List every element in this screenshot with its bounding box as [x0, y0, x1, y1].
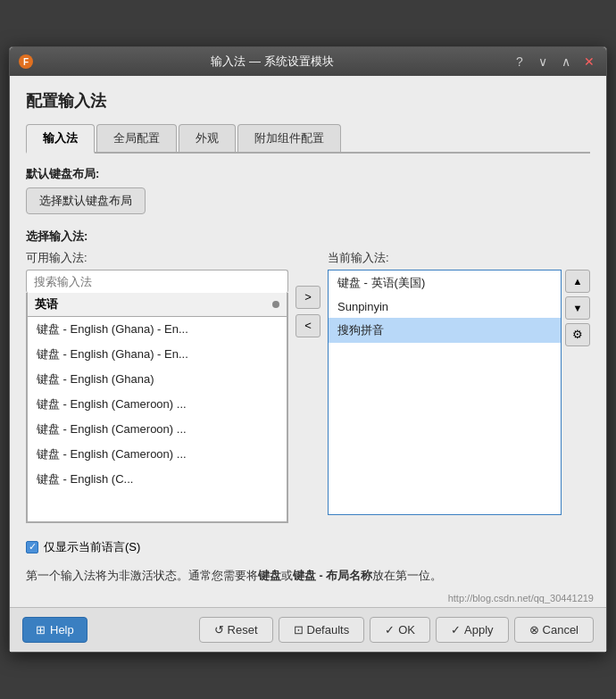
- help-button[interactable]: ⊞ Help: [22, 617, 87, 643]
- keyboard-layout-label: 默认键盘布局:: [26, 166, 590, 182]
- apply-button[interactable]: ✓ Apply: [436, 617, 509, 643]
- bold-keyboard-layout: 键盘 - 布局名称: [293, 570, 372, 582]
- transfer-arrows: > <: [296, 250, 320, 337]
- current-list-item-selected[interactable]: 搜狗拼音: [329, 318, 561, 343]
- apply-label: Apply: [464, 623, 494, 637]
- bottom-bar: ⊞ Help ↺ Reset ⊡ Defaults ✓ OK ✓ Apply ⊗: [10, 607, 606, 652]
- show-current-language-row: 仅显示当前语言(S): [26, 539, 590, 555]
- available-list-container: 英语 键盘 - English (Ghana) - En... 键盘 - Eng…: [26, 293, 288, 523]
- info-text: 第一个输入法将为非激活状态。通常您需要将键盘或键盘 - 布局名称放在第一位。: [26, 568, 590, 585]
- watermark: http://blog.csdn.net/qq_30441219: [10, 591, 606, 607]
- scroll-indicator: [272, 301, 279, 308]
- reset-button[interactable]: ↺ Reset: [199, 617, 273, 643]
- cancel-label: Cancel: [543, 623, 579, 637]
- search-wrapper: [26, 270, 288, 293]
- tab-input-method[interactable]: 输入法: [26, 124, 95, 154]
- defaults-button[interactable]: ⊡ Defaults: [279, 617, 365, 643]
- available-label: 可用输入法:: [26, 250, 288, 266]
- apply-icon: ✓: [451, 623, 461, 637]
- add-input-method-button[interactable]: >: [296, 286, 320, 309]
- current-list-container: 键盘 - 英语(美国) Sunpinyin 搜狗拼音 ▲ ▼ ⚙: [328, 270, 590, 515]
- list-item[interactable]: 键盘 - English (Ghana) - En...: [28, 342, 287, 367]
- remove-input-method-button[interactable]: <: [296, 314, 320, 337]
- tab-addon-config[interactable]: 附加组件配置: [237, 124, 341, 152]
- current-list-item[interactable]: Sunpinyin: [329, 295, 561, 318]
- tab-global-config[interactable]: 全局配置: [96, 124, 177, 152]
- bottom-right-buttons: ↺ Reset ⊡ Defaults ✓ OK ✓ Apply ⊗ Cancel: [199, 617, 594, 643]
- list-item[interactable]: 键盘 - English (Cameroon) ...: [28, 392, 287, 417]
- ok-button[interactable]: ✓ OK: [370, 617, 430, 643]
- reset-label: Reset: [228, 623, 258, 637]
- im-columns: 可用输入法: 英语 键盘 - English (Ghana) - En... 键…: [26, 250, 590, 523]
- titlebar-left: F: [17, 53, 35, 71]
- main-window: F 输入法 — 系统设置模块 ? ∨ ∧ ✕ 配置输入法 输入法 全局配置 外观…: [9, 46, 607, 653]
- search-input[interactable]: [26, 270, 288, 293]
- help-label: Help: [50, 623, 74, 637]
- input-method-section-label: 选择输入法:: [26, 229, 590, 245]
- group-header: 英语: [27, 293, 287, 317]
- titlebar-title: 输入法 — 系统设置模块: [35, 54, 510, 70]
- titlebar: F 输入法 — 系统设置模块 ? ∨ ∧ ✕: [10, 47, 606, 76]
- list-item[interactable]: 键盘 - English (Cameroon) ...: [28, 417, 287, 442]
- reset-icon: ↺: [214, 623, 224, 637]
- maximize-button[interactable]: ∧: [556, 52, 576, 71]
- app-icon: F: [17, 53, 35, 71]
- current-input-methods-panel: 当前输入法: 键盘 - 英语(美国) Sunpinyin 搜狗拼音 ▲ ▼ ⚙: [328, 250, 590, 515]
- group-name: 英语: [35, 296, 58, 312]
- input-method-section: 选择输入法: 可用输入法: 英语 键盘 - English (Ghana): [26, 229, 590, 523]
- minimize-button[interactable]: ∨: [533, 52, 553, 71]
- help-icon: ⊞: [36, 623, 46, 637]
- close-button[interactable]: ✕: [579, 52, 599, 71]
- cancel-icon: ⊗: [529, 623, 539, 637]
- ok-icon: ✓: [385, 623, 395, 637]
- configure-button[interactable]: ⚙: [565, 323, 590, 346]
- bold-keyboard: 键盘: [258, 570, 281, 582]
- current-list-item[interactable]: 键盘 - 英语(美国): [329, 270, 561, 295]
- svg-text:F: F: [23, 57, 29, 67]
- ok-label: OK: [398, 623, 415, 637]
- list-item[interactable]: 键盘 - English (Ghana) - En...: [28, 317, 287, 342]
- defaults-icon: ⊡: [294, 623, 304, 637]
- select-keyboard-layout-button[interactable]: 选择默认键盘布局: [26, 187, 146, 214]
- keyboard-layout-section: 默认键盘布局: 选择默认键盘布局: [26, 166, 590, 214]
- list-item[interactable]: 键盘 - English (Cameroon) ...: [28, 442, 287, 467]
- titlebar-controls: ? ∨ ∧ ✕: [510, 52, 599, 71]
- cancel-button[interactable]: ⊗ Cancel: [514, 617, 594, 643]
- move-down-button[interactable]: ▼: [565, 296, 590, 320]
- show-current-language-label: 仅显示当前语言(S): [44, 539, 140, 555]
- tab-appearance[interactable]: 外观: [179, 124, 236, 152]
- current-list[interactable]: 键盘 - 英语(美国) Sunpinyin 搜狗拼音: [328, 270, 562, 515]
- list-item[interactable]: 键盘 - English (C...: [28, 467, 287, 492]
- window-title-text: 输入法 — 系统设置模块: [211, 54, 333, 68]
- move-up-button[interactable]: ▲: [565, 270, 590, 293]
- available-input-methods-panel: 可用输入法: 英语 键盘 - English (Ghana) - En... 键…: [26, 250, 288, 523]
- page-title: 配置输入法: [26, 90, 590, 112]
- content-area: 配置输入法 输入法 全局配置 外观 附加组件配置 默认键盘布局: 选择默认键盘布…: [10, 76, 606, 592]
- tab-bar: 输入法 全局配置 外观 附加组件配置: [26, 124, 590, 154]
- current-label: 当前输入法:: [328, 250, 590, 266]
- help-window-button[interactable]: ?: [510, 52, 529, 71]
- list-item[interactable]: 键盘 - English (Ghana): [28, 367, 287, 392]
- current-list-controls: ▲ ▼ ⚙: [565, 270, 590, 515]
- available-list[interactable]: 键盘 - English (Ghana) - En... 键盘 - Englis…: [27, 317, 287, 522]
- show-current-language-checkbox[interactable]: [26, 541, 38, 553]
- defaults-label: Defaults: [307, 623, 350, 637]
